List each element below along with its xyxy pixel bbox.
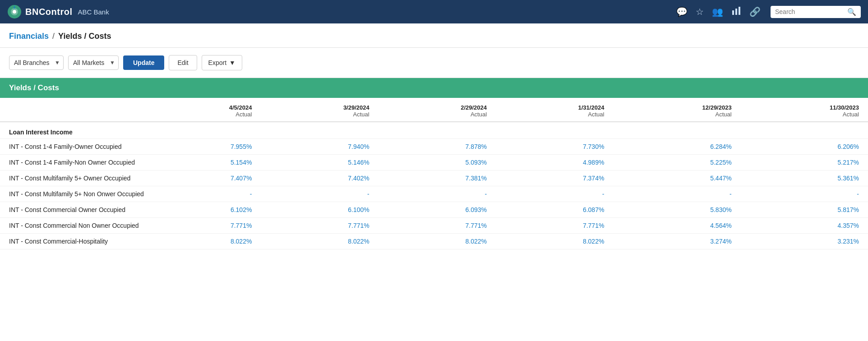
header-icons: 💬 ☆ 👥 🔗 <box>676 6 761 18</box>
breadcrumb-separator: / <box>52 32 55 41</box>
row-value: 8.022% <box>379 234 496 249</box>
section-header: Yields / Costs <box>0 78 868 98</box>
main-content: Yields / Costs 4/5/2024 Actual 3/29/2024… <box>0 78 868 249</box>
svg-point-2 <box>13 10 16 14</box>
search-icon: 🔍 <box>847 8 856 16</box>
markets-select-wrapper[interactable]: All Markets ▼ <box>68 55 119 70</box>
row-value: 7.771% <box>261 218 378 234</box>
breadcrumb-bar: Financials / Yields / Costs <box>0 23 868 48</box>
svg-rect-3 <box>732 10 734 15</box>
row-value: - <box>379 186 496 202</box>
yields-costs-table: 4/5/2024 Actual 3/29/2024 Actual 2/29/20… <box>0 98 868 249</box>
link-icon[interactable]: 🔗 <box>749 6 761 17</box>
row-label: INT - Const Commercial-Hospitality <box>0 234 153 249</box>
row-label: INT - Const Multifamily 5+ Owner Occupie… <box>0 170 153 186</box>
row-value: 5.361% <box>741 170 868 186</box>
toolbar: All Branches ▼ All Markets ▼ Update Edit… <box>0 48 868 78</box>
row-value: 5.217% <box>741 155 868 170</box>
branches-select-wrapper[interactable]: All Branches ▼ <box>9 55 64 70</box>
row-value: 7.374% <box>496 170 613 186</box>
col-header-4: 12/29/2023 Actual <box>613 98 740 122</box>
update-button[interactable]: Update <box>123 55 164 70</box>
bank-name: ABC Bank <box>78 8 109 16</box>
row-value: 4.989% <box>496 155 613 170</box>
row-value: - <box>613 186 740 202</box>
row-label: INT - Const Commercial Owner Occupied <box>0 202 153 218</box>
search-input[interactable] <box>775 8 845 15</box>
users-icon[interactable]: 👥 <box>712 6 723 17</box>
row-value: 5.146% <box>261 155 378 170</box>
export-chevron-icon: ▼ <box>229 59 235 66</box>
table-row: INT - Const Commercial Owner Occupied6.1… <box>0 202 868 218</box>
table-row: INT - Const 1-4 Family-Owner Occupied7.9… <box>0 139 868 155</box>
chart-icon[interactable] <box>731 6 741 18</box>
row-value: 6.087% <box>496 202 613 218</box>
row-value: 5.817% <box>741 202 868 218</box>
row-value: 7.771% <box>379 218 496 234</box>
export-label: Export <box>208 59 226 66</box>
col-header-0: 4/5/2024 Actual <box>153 98 261 122</box>
col-header-2: 2/29/2024 Actual <box>379 98 496 122</box>
markets-select[interactable]: All Markets <box>68 55 119 70</box>
row-value: - <box>261 186 378 202</box>
row-label: INT - Const Commercial Non Owner Occupie… <box>0 218 153 234</box>
row-value: 8.022% <box>496 234 613 249</box>
branches-select[interactable]: All Branches <box>9 55 64 70</box>
col-header-3: 1/31/2024 Actual <box>496 98 613 122</box>
row-value: 5.830% <box>613 202 740 218</box>
row-value: 7.771% <box>496 218 613 234</box>
row-label: INT - Const 1-4 Family-Owner Occupied <box>0 139 153 155</box>
table-row: INT - Const Commercial Non Owner Occupie… <box>0 218 868 234</box>
breadcrumb-link[interactable]: Financials <box>9 32 49 41</box>
row-value: 8.022% <box>261 234 378 249</box>
row-value: 7.940% <box>261 139 378 155</box>
row-value: 5.447% <box>613 170 740 186</box>
row-label: INT - Const Multifamily 5+ Non Onwer Occ… <box>0 186 153 202</box>
col-header-1: 3/29/2024 Actual <box>261 98 378 122</box>
table-row: INT - Const Multifamily 5+ Owner Occupie… <box>0 170 868 186</box>
row-value: 7.407% <box>153 170 261 186</box>
breadcrumb: Financials / Yields / Costs <box>9 32 859 41</box>
svg-rect-4 <box>735 9 737 15</box>
logo-icon <box>7 5 22 19</box>
table-row: INT - Const 1-4 Family-Non Owner Occupie… <box>0 155 868 170</box>
row-value: 4.564% <box>613 218 740 234</box>
row-value: 3.274% <box>613 234 740 249</box>
search-box[interactable]: 🔍 <box>771 6 861 18</box>
row-value: - <box>741 186 868 202</box>
row-value: 7.730% <box>496 139 613 155</box>
svg-rect-5 <box>739 7 740 15</box>
row-value: 8.022% <box>153 234 261 249</box>
logo-area: BNControl ABC Bank <box>7 5 109 19</box>
section-label-cell: Loan Interest Income <box>0 122 868 139</box>
row-value: 5.154% <box>153 155 261 170</box>
row-value: 6.284% <box>613 139 740 155</box>
app-name: BNControl <box>25 7 72 17</box>
row-value: 5.225% <box>613 155 740 170</box>
row-value: 6.093% <box>379 202 496 218</box>
export-button[interactable]: Export ▼ <box>202 55 242 70</box>
edit-button[interactable]: Edit <box>169 55 197 70</box>
row-value: 7.381% <box>379 170 496 186</box>
col-header-label <box>0 98 153 122</box>
row-value: 6.100% <box>261 202 378 218</box>
table-header-row: 4/5/2024 Actual 3/29/2024 Actual 2/29/20… <box>0 98 868 122</box>
row-value: 7.878% <box>379 139 496 155</box>
chat-icon[interactable]: 💬 <box>676 6 688 17</box>
row-value: 5.093% <box>379 155 496 170</box>
row-value: - <box>496 186 613 202</box>
app-header: BNControl ABC Bank 💬 ☆ 👥 🔗 🔍 <box>0 0 868 23</box>
star-icon[interactable]: ☆ <box>696 6 704 17</box>
row-value: - <box>153 186 261 202</box>
row-value: 7.955% <box>153 139 261 155</box>
section-title: Yields / Costs <box>9 83 59 92</box>
row-label: INT - Const 1-4 Family-Non Owner Occupie… <box>0 155 153 170</box>
table-row: INT - Const Multifamily 5+ Non Onwer Occ… <box>0 186 868 202</box>
row-value: 7.402% <box>261 170 378 186</box>
breadcrumb-current: Yields / Costs <box>58 32 111 41</box>
row-value: 4.357% <box>741 218 868 234</box>
row-value: 6.102% <box>153 202 261 218</box>
row-value: 7.771% <box>153 218 261 234</box>
row-value: 3.231% <box>741 234 868 249</box>
table-row: INT - Const Commercial-Hospitality8.022%… <box>0 234 868 249</box>
